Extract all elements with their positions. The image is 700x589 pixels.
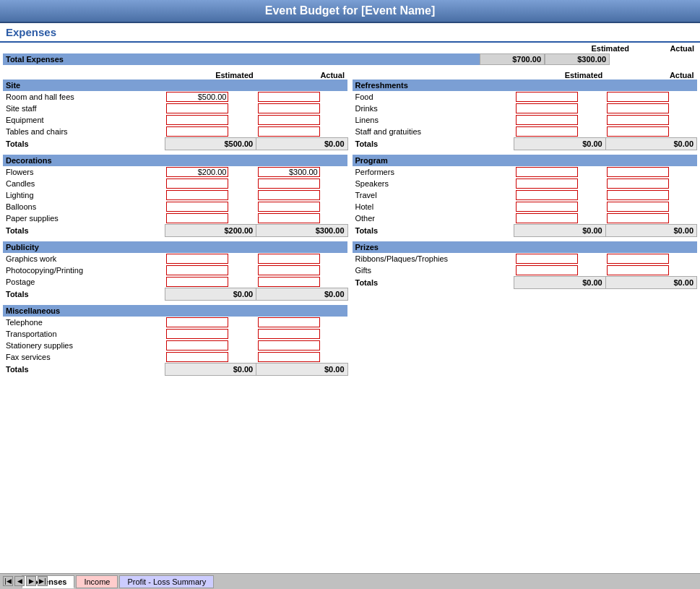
decorations-actual-input-0[interactable]: $300.00 bbox=[256, 166, 347, 178]
program-label-0: Performers bbox=[353, 166, 514, 178]
decorations-actual-input-2[interactable] bbox=[256, 189, 347, 201]
program-estimated-input-3[interactable] bbox=[514, 201, 605, 212]
program-estimated-input-0[interactable] bbox=[514, 166, 605, 178]
decorations-estimated-input-3[interactable] bbox=[165, 201, 256, 212]
refreshments-estimated-input-0[interactable] bbox=[514, 91, 605, 103]
refreshments-actual-input-2[interactable] bbox=[605, 114, 696, 126]
publicity-estimated-input-2[interactable] bbox=[165, 276, 256, 288]
refreshments-estimated-input-3[interactable] bbox=[514, 126, 605, 138]
page-title: Event Budget for [Event Name] bbox=[265, 4, 436, 17]
program-actual-input-3[interactable] bbox=[605, 201, 696, 212]
budget-columns: Estimated Actual Site Room and hall fees… bbox=[3, 71, 697, 380]
program-estimated-input-4[interactable] bbox=[514, 212, 605, 225]
decorations-estimated-input-4[interactable] bbox=[165, 212, 256, 225]
refreshments-actual-input-1[interactable] bbox=[605, 103, 696, 114]
decorations-actual-input-4[interactable] bbox=[256, 212, 347, 225]
refreshments-actual-input-0[interactable] bbox=[605, 91, 696, 103]
publicity-label-1: Photocopying/Printing bbox=[3, 265, 165, 276]
refreshments-actual-input-3[interactable] bbox=[605, 126, 696, 138]
table-row: Photocopying/Printing bbox=[3, 265, 347, 276]
miscellaneous-estimated-input-2[interactable] bbox=[165, 340, 256, 351]
title-bar: Event Budget for [Event Name] bbox=[0, 0, 700, 23]
publicity-actual-input-0[interactable] bbox=[256, 253, 347, 265]
table-row: Fax services bbox=[3, 351, 347, 364]
first-tab-arrow[interactable]: |◀ bbox=[3, 576, 13, 586]
miscellaneous-estimated-input-0[interactable] bbox=[165, 317, 256, 328]
prizes-header: Prizes bbox=[353, 241, 697, 253]
program-actual-input-0[interactable] bbox=[605, 166, 696, 178]
site-estimated-input-0[interactable]: $500.00 bbox=[165, 91, 256, 103]
table-row: Flowers$200.00$300.00 bbox=[3, 166, 347, 178]
site-actual-input-1[interactable] bbox=[256, 103, 347, 114]
total-expenses-row: Total Expenses $700.00 $300.00 bbox=[3, 53, 697, 65]
decorations-actual-input-3[interactable] bbox=[256, 201, 347, 212]
program-actual-input-4[interactable] bbox=[605, 212, 696, 225]
prizes-label-0: Ribbons/Plaques/Trophies bbox=[353, 253, 514, 265]
site-actual-input-0[interactable] bbox=[256, 91, 347, 103]
refreshments-label-0: Food bbox=[353, 91, 514, 103]
miscellaneous-label-1: Transportation bbox=[3, 328, 165, 340]
prizes-totals-row: Totals $0.00 $0.00 bbox=[353, 277, 697, 289]
decorations-totals-row: Totals $200.00 $300.00 bbox=[3, 225, 347, 237]
tab-nav-arrows: |◀ ◀ ▶ ▶| bbox=[0, 573, 48, 589]
site-actual-input-2[interactable] bbox=[256, 114, 347, 126]
site-actual-header: Actual bbox=[256, 71, 347, 79]
site-totals-row: Totals $500.00 $0.00 bbox=[3, 138, 347, 150]
miscellaneous-actual-input-3[interactable] bbox=[256, 351, 347, 364]
publicity-table: Publicity Graphics workPhotocopying/Prin… bbox=[3, 241, 348, 301]
miscellaneous-estimated-input-3[interactable] bbox=[165, 351, 256, 364]
tab-profit-loss[interactable]: Profit - Loss Summary bbox=[119, 575, 214, 588]
program-estimated-input-1[interactable] bbox=[514, 178, 605, 189]
publicity-estimated-input-0[interactable] bbox=[165, 253, 256, 265]
table-row: Balloons bbox=[3, 201, 347, 212]
site-actual-input-3[interactable] bbox=[256, 126, 347, 138]
decorations-estimated-input-1[interactable] bbox=[165, 178, 256, 189]
miscellaneous-actual-input-0[interactable] bbox=[256, 317, 347, 328]
left-column: Estimated Actual Site Room and hall fees… bbox=[3, 71, 348, 380]
site-label-0: Room and hall fees bbox=[3, 91, 165, 103]
prizes-estimated-input-0[interactable] bbox=[514, 253, 605, 265]
publicity-actual-input-1[interactable] bbox=[256, 265, 347, 276]
site-estimated-input-3[interactable] bbox=[165, 126, 256, 138]
program-totals-row: Totals $0.00 $0.00 bbox=[353, 225, 697, 237]
table-row: Lighting bbox=[3, 189, 347, 201]
prizes-table: Prizes Ribbons/Plaques/TrophiesGifts Tot… bbox=[353, 241, 698, 289]
publicity-estimated-input-1[interactable] bbox=[165, 265, 256, 276]
table-row: Performers bbox=[353, 166, 697, 178]
table-row: Equipment bbox=[3, 114, 347, 126]
table-row: Ribbons/Plaques/Trophies bbox=[353, 253, 697, 265]
next-tab-arrow[interactable]: ▶ bbox=[26, 576, 36, 586]
prizes-estimated-input-1[interactable] bbox=[514, 265, 605, 277]
site-estimated-input-1[interactable] bbox=[165, 103, 256, 114]
refreshments-estimated-input-2[interactable] bbox=[514, 114, 605, 126]
decorations-estimated-input-0[interactable]: $200.00 bbox=[165, 166, 256, 178]
miscellaneous-totals-row: Totals $0.00 $0.00 bbox=[3, 364, 347, 376]
miscellaneous-estimated-input-1[interactable] bbox=[165, 328, 256, 340]
decorations-actual-input-1[interactable] bbox=[256, 178, 347, 189]
refreshments-estimated-input-1[interactable] bbox=[514, 103, 605, 114]
publicity-actual-input-2[interactable] bbox=[256, 276, 347, 288]
total-expenses-actual: $300.00 bbox=[545, 53, 610, 65]
miscellaneous-actual-input-2[interactable] bbox=[256, 340, 347, 351]
prev-tab-arrow[interactable]: ◀ bbox=[14, 576, 25, 586]
table-row: Telephone bbox=[3, 317, 347, 328]
prizes-actual-input-1[interactable] bbox=[605, 265, 696, 277]
table-row: Other bbox=[353, 212, 697, 225]
table-row: Transportation bbox=[3, 328, 347, 340]
refreshments-totals-row: Totals $0.00 $0.00 bbox=[353, 138, 697, 150]
total-actual-header: Actual bbox=[632, 44, 697, 53]
table-row: Linens bbox=[353, 114, 697, 126]
program-estimated-input-2[interactable] bbox=[514, 189, 605, 201]
program-actual-input-1[interactable] bbox=[605, 178, 696, 189]
tab-income[interactable]: Income bbox=[76, 575, 118, 588]
sheet-tabs: |◀ ◀ ▶ ▶| Expenses Income Profit - Loss … bbox=[0, 573, 700, 589]
refreshments-label-3: Staff and gratuities bbox=[353, 126, 514, 138]
prizes-actual-input-0[interactable] bbox=[605, 253, 696, 265]
miscellaneous-header: Miscellaneous bbox=[3, 305, 347, 317]
miscellaneous-actual-input-1[interactable] bbox=[256, 328, 347, 340]
decorations-estimated-input-2[interactable] bbox=[165, 189, 256, 201]
total-expenses-estimated: $700.00 bbox=[480, 53, 545, 65]
site-estimated-input-2[interactable] bbox=[165, 114, 256, 126]
program-actual-input-2[interactable] bbox=[605, 189, 696, 201]
last-tab-arrow[interactable]: ▶| bbox=[38, 576, 48, 586]
